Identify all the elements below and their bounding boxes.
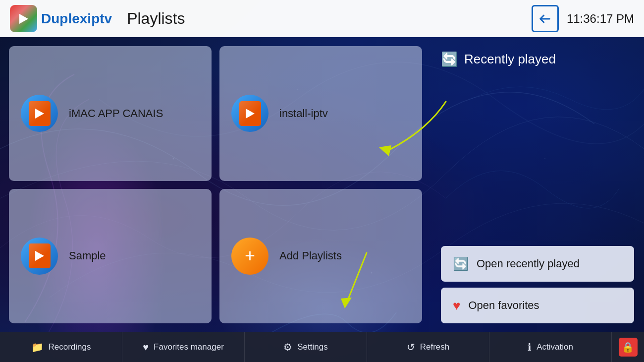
recordings-icon: 📁 xyxy=(31,341,44,353)
app-name-iptv: iptv xyxy=(87,11,112,26)
playlist-icon-inner-imac xyxy=(29,101,51,126)
settings-icon: ⚙ xyxy=(283,341,292,353)
refresh-label: Refresh xyxy=(420,342,450,352)
open-recently-played-label: Open recently played xyxy=(477,257,580,270)
recently-played-btn-icon: 🔄 xyxy=(453,256,469,272)
play-triangle-icon xyxy=(35,109,44,119)
back-arrow-icon xyxy=(538,12,552,26)
nav-item-recordings[interactable]: 📁 Recordings xyxy=(0,332,122,362)
open-favorites-label: Open favorites xyxy=(468,299,539,312)
plus-icon: + xyxy=(245,247,255,265)
playlist-name-add: Add Playlists xyxy=(279,249,342,262)
nav-item-favorites[interactable]: ♥ Favorites manager xyxy=(122,332,245,362)
recordings-label: Recordings xyxy=(49,342,91,352)
playlist-icon-sample xyxy=(21,238,58,275)
lock-button[interactable]: 🔒 xyxy=(619,338,638,357)
favorites-btn-icon: ♥ xyxy=(453,298,460,313)
favorites-icon: ♥ xyxy=(143,342,149,353)
open-favorites-button[interactable]: ♥ Open favorites xyxy=(441,288,634,323)
playlist-name-imac: iMAC APP CANAIS xyxy=(69,107,163,120)
playlist-icon-imac xyxy=(21,95,58,132)
play-triangle-icon-2 xyxy=(246,109,255,119)
sidebar: 🔄 Recently played 🔄 Open recently played… xyxy=(431,37,644,332)
playlist-icon-install-iptv xyxy=(231,95,268,132)
playlist-card-add[interactable]: + Add Playlists xyxy=(219,189,422,324)
nav-item-settings[interactable]: ⚙ Settings xyxy=(245,332,367,362)
nav-item-activation[interactable]: ℹ Activation xyxy=(489,332,612,362)
back-button[interactable] xyxy=(532,5,559,32)
nav-item-lock[interactable]: 🔒 xyxy=(612,332,644,362)
app-name: Duplexiptv xyxy=(41,11,112,27)
open-recently-played-button[interactable]: 🔄 Open recently played xyxy=(441,246,634,282)
logo-play-icon xyxy=(19,14,28,24)
app-name-duplex: Duplex xyxy=(41,11,87,26)
playlist-icon-inner-sample xyxy=(29,243,51,268)
recently-played-header: 🔄 Recently played xyxy=(441,51,634,67)
recently-played-header-icon: 🔄 xyxy=(441,51,458,67)
header: Duplexiptv Playlists 11:36:17 PM xyxy=(0,0,644,37)
activation-icon: ℹ xyxy=(528,341,532,353)
recently-played-title: Recently played xyxy=(464,52,556,67)
favorites-label: Favorites manager xyxy=(154,342,224,352)
bottom-nav: 📁 Recordings ♥ Favorites manager ⚙ Setti… xyxy=(0,332,644,362)
playlist-card-sample[interactable]: Sample xyxy=(9,189,212,324)
main-content: iMAC APP CANAIS install-iptv Sample + xyxy=(0,37,644,332)
refresh-icon: ↺ xyxy=(407,341,415,353)
settings-label: Settings xyxy=(297,342,327,352)
playlist-card-install-iptv[interactable]: install-iptv xyxy=(219,46,422,181)
nav-item-refresh[interactable]: ↺ Refresh xyxy=(367,332,489,362)
playlists-grid: iMAC APP CANAIS install-iptv Sample + xyxy=(0,37,431,332)
app-logo xyxy=(10,5,37,32)
playlist-name-install-iptv: install-iptv xyxy=(279,107,328,120)
sidebar-action-buttons: 🔄 Open recently played ♥ Open favorites xyxy=(441,246,634,323)
playlist-icon-add: + xyxy=(231,238,268,275)
playlist-icon-inner-install-iptv xyxy=(239,101,261,126)
playlist-name-sample: Sample xyxy=(69,249,106,262)
playlist-card-imac[interactable]: iMAC APP CANAIS xyxy=(9,46,212,181)
page-title: Playlists xyxy=(127,9,532,28)
clock: 11:36:17 PM xyxy=(567,12,634,26)
play-triangle-icon-3 xyxy=(35,251,44,261)
lock-icon: 🔒 xyxy=(622,341,634,353)
activation-label: Activation xyxy=(537,342,573,352)
